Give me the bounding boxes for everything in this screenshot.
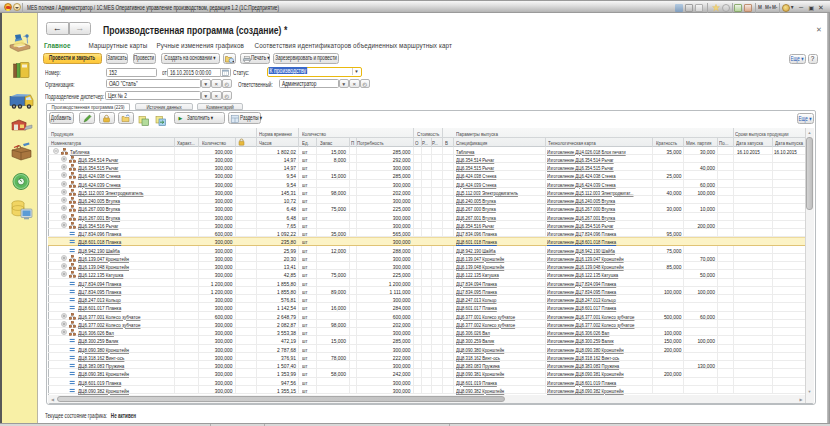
svg-text:▾: ▾ xyxy=(232,59,234,63)
